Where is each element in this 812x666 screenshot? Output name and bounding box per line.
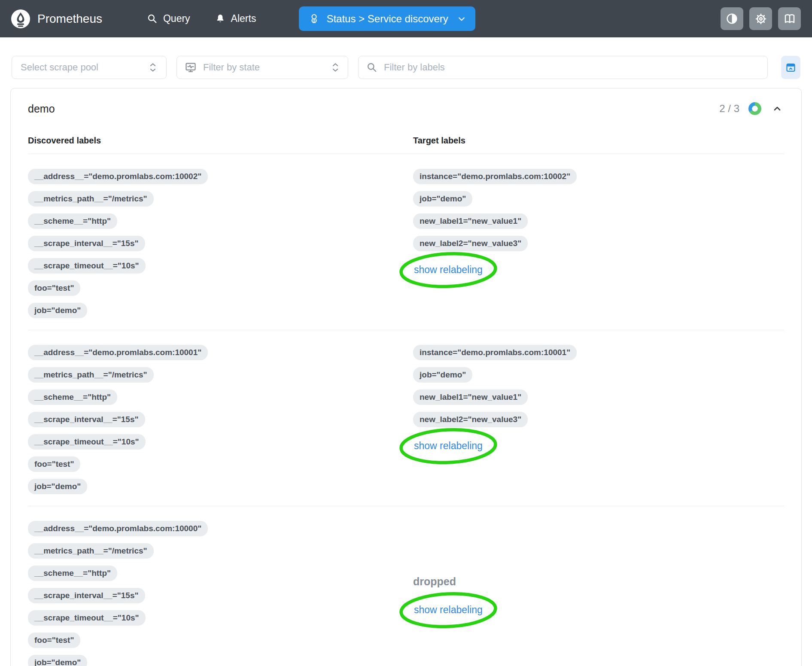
collapse-panel-icon: [785, 62, 797, 73]
navbar: Prometheus Query Alerts: [0, 0, 812, 37]
state-filter-placeholder: Filter by state: [203, 62, 260, 73]
show-relabeling-wrap: show relabeling: [414, 440, 483, 452]
label-badge: __metrics_path__="/metrics": [28, 367, 154, 383]
label-badge: new_label1="new_value1": [413, 389, 528, 405]
labels-filter-input[interactable]: [383, 61, 760, 73]
select-chevrons-icon: [148, 62, 158, 73]
search-icon: [366, 62, 377, 73]
label-badge: job="demo": [413, 367, 472, 383]
discovered-labels-cell: __address__="demo.promlabs.com:10000"__m…: [28, 521, 413, 666]
theme-toggle-button[interactable]: [721, 7, 743, 30]
app-title: Prometheus: [37, 12, 102, 26]
target-labels-header: Target labels: [413, 136, 784, 146]
navbar-actions: [721, 7, 801, 30]
label-badge: __scrape_timeout__="10s": [28, 258, 146, 274]
target-labels-list: instance="demo.promlabs.com:10002"job="d…: [413, 169, 577, 251]
nav-alerts-label: Alerts: [231, 13, 256, 24]
label-badge: __scrape_timeout__="10s": [28, 434, 146, 450]
gear-icon: [754, 12, 767, 25]
health-donut-icon: [748, 102, 761, 115]
target-labels-cell: instance="demo.promlabs.com:10002"job="d…: [413, 169, 784, 318]
collapse-all-button[interactable]: [781, 56, 800, 79]
show-relabeling-link[interactable]: show relabeling: [414, 604, 483, 615]
bell-icon: [215, 13, 225, 24]
settings-button[interactable]: [749, 7, 772, 30]
label-badge: __scheme__="http": [28, 213, 117, 229]
status-dropdown-button[interactable]: Status > Service discovery: [299, 6, 475, 31]
book-icon: [783, 12, 796, 25]
label-badge: __metrics_path__="/metrics": [28, 191, 154, 207]
discovered-labels-cell: __address__="demo.promlabs.com:10001"__m…: [28, 345, 413, 494]
label-badge: foo="test": [28, 456, 80, 472]
state-filter-select[interactable]: Filter by state: [176, 56, 348, 79]
nav-query[interactable]: Query: [147, 13, 190, 24]
prometheus-logo-icon: [11, 9, 30, 28]
target-labels-cell: instance="demo.promlabs.com:10001"job="d…: [413, 345, 784, 494]
label-badge: new_label1="new_value1": [413, 213, 528, 229]
target-row: __address__="demo.promlabs.com:10002"__m…: [28, 154, 784, 330]
docs-button[interactable]: [778, 7, 801, 30]
label-badge: __scrape_timeout__="10s": [28, 610, 146, 626]
scrape-pool-placeholder: Select scrape pool: [21, 62, 98, 73]
discovered-labels-list: __address__="demo.promlabs.com:10002"__m…: [28, 169, 413, 318]
discovered-labels-list: __address__="demo.promlabs.com:10000"__m…: [28, 521, 413, 666]
label-badge: new_label2="new_value3": [413, 412, 528, 427]
label-badge: __scrape_interval__="15s": [28, 236, 145, 251]
scrape-pool-select[interactable]: Select scrape pool: [12, 56, 167, 79]
discovered-labels-cell: __address__="demo.promlabs.com:10002"__m…: [28, 169, 413, 318]
label-badge: new_label2="new_value3": [413, 236, 528, 251]
label-badge: job="demo": [28, 303, 87, 318]
target-labels-cell: dropped show relabeling: [413, 521, 784, 666]
brand[interactable]: Prometheus: [11, 9, 102, 28]
pool-header: demo 2 / 3: [28, 102, 784, 116]
nav-query-label: Query: [163, 13, 190, 24]
label-badge: job="demo": [413, 191, 472, 207]
nav-alerts[interactable]: Alerts: [215, 13, 256, 24]
discovered-labels-list: __address__="demo.promlabs.com:10001"__m…: [28, 345, 413, 494]
show-relabeling-link[interactable]: show relabeling: [414, 264, 483, 275]
dropped-label: dropped: [413, 575, 456, 588]
monitor-pulse-icon: [185, 61, 197, 73]
label-badge: __scrape_interval__="15s": [28, 412, 145, 427]
target-labels-list: instance="demo.promlabs.com:10001"job="d…: [413, 345, 577, 427]
contrast-icon: [726, 12, 738, 25]
scrape-pool-card: demo 2 / 3 Discovered labels Target labe…: [10, 88, 802, 666]
label-badge: __address__="demo.promlabs.com:10002": [28, 169, 208, 184]
label-badge: __metrics_path__="/metrics": [28, 543, 154, 559]
label-badge: __address__="demo.promlabs.com:10000": [28, 521, 208, 536]
labels-filter-box: [358, 56, 768, 79]
label-badge: instance="demo.promlabs.com:10002": [413, 169, 577, 184]
columns-header: Discovered labels Target labels: [28, 136, 784, 154]
label-badge: foo="test": [28, 633, 80, 648]
target-groups: __address__="demo.promlabs.com:10002"__m…: [28, 154, 784, 666]
target-row: __address__="demo.promlabs.com:10001"__m…: [28, 330, 784, 506]
label-badge: foo="test": [28, 280, 80, 296]
pool-name: demo: [28, 103, 55, 115]
label-badge: instance="demo.promlabs.com:10001": [413, 345, 577, 360]
label-badge: __scheme__="http": [28, 389, 117, 405]
pool-collapse-button[interactable]: [770, 102, 784, 116]
chevron-up-icon: [772, 103, 782, 114]
status-dropdown-label: Status > Service discovery: [326, 13, 448, 25]
label-badge: __scrape_interval__="15s": [28, 588, 145, 603]
pool-meta: 2 / 3: [719, 102, 784, 116]
filter-bar: Select scrape pool Filter by state: [0, 56, 812, 79]
select-chevrons-icon: [331, 62, 340, 73]
target-row: __address__="demo.promlabs.com:10000"__m…: [28, 506, 784, 666]
label-badge: job="demo": [28, 655, 87, 666]
search-icon: [147, 13, 158, 24]
service-discovery-icon: [308, 13, 320, 24]
pool-count: 2 / 3: [719, 103, 739, 115]
show-relabeling-link[interactable]: show relabeling: [414, 440, 483, 451]
label-badge: job="demo": [28, 479, 87, 494]
label-badge: __address__="demo.promlabs.com:10001": [28, 345, 208, 360]
main-nav: Query Alerts Status > Servi: [147, 6, 475, 31]
chevron-down-icon: [457, 15, 466, 23]
discovered-labels-header: Discovered labels: [28, 136, 413, 146]
label-badge: __scheme__="http": [28, 566, 117, 581]
show-relabeling-wrap: show relabeling: [414, 264, 483, 276]
show-relabeling-wrap: show relabeling: [414, 604, 483, 616]
